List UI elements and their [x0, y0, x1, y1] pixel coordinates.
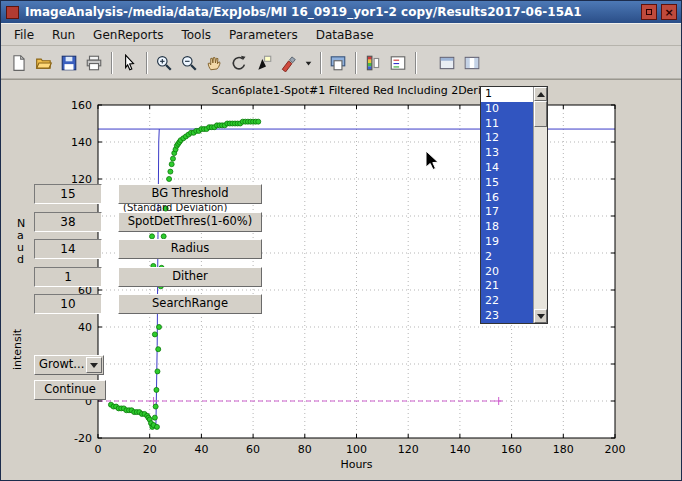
scroll-up-button[interactable]: [534, 87, 547, 101]
list-item[interactable]: 22: [481, 294, 533, 309]
mouse-cursor: [425, 150, 445, 172]
svg-text:140: 140: [449, 443, 470, 456]
edit-plot-pointer-icon: [120, 54, 138, 72]
list-item[interactable]: 10: [481, 102, 533, 117]
svg-text:100: 100: [346, 443, 367, 456]
dither-value-field[interactable]: 1: [34, 267, 102, 287]
open-file-icon: [35, 54, 53, 72]
menu-file[interactable]: File: [5, 25, 43, 45]
spotdetthres-1-60-value-field[interactable]: 38: [34, 212, 102, 232]
scrollbar-thumb[interactable]: [534, 101, 547, 127]
growth-dropdown[interactable]: Growt...: [34, 355, 104, 375]
print-preview-button[interactable]: [326, 51, 350, 75]
radius-value-field[interactable]: 14: [34, 239, 102, 259]
print-figure-button[interactable]: [82, 51, 106, 75]
brush-menu-arrow-button[interactable]: [302, 51, 315, 75]
window-menu-icon[interactable]: [6, 6, 19, 19]
spotdetthres-1-60-button[interactable]: SpotDetThres(1-60%): [118, 212, 262, 232]
svg-text:160: 160: [501, 443, 522, 456]
brush-button[interactable]: [277, 51, 301, 75]
close-icon: ×: [664, 7, 673, 18]
list-item[interactable]: 18: [481, 220, 533, 235]
zoom-out-button[interactable]: [177, 51, 201, 75]
rotate-3d-icon: [230, 54, 248, 72]
list-item[interactable]: 20: [481, 265, 533, 280]
list-item[interactable]: 23: [481, 309, 533, 323]
radius-button[interactable]: Radius: [118, 239, 262, 259]
toolbar-separator: [415, 52, 417, 74]
edit-plot-pointer-button[interactable]: [117, 51, 141, 75]
svg-text:20: 20: [143, 443, 157, 456]
menu-database[interactable]: DataBase: [307, 25, 383, 45]
app-window: ImageAnalysis-/media/data/ExpJobs/MI 16_…: [0, 0, 682, 481]
open-file-button[interactable]: [32, 51, 56, 75]
insert-colorbar-button[interactable]: [361, 51, 385, 75]
growth-dropdown-label: Growt...: [39, 357, 84, 371]
scroll-down-icon: [537, 314, 545, 319]
list-item[interactable]: 14: [481, 161, 533, 176]
menu-run[interactable]: Run: [43, 25, 84, 45]
show-plot-tools-button[interactable]: [460, 51, 484, 75]
scroll-down-button[interactable]: [534, 309, 547, 323]
svg-text:140: 140: [71, 136, 92, 149]
list-item[interactable]: 13: [481, 146, 533, 161]
svg-text:120: 120: [398, 443, 419, 456]
close-button[interactable]: ×: [661, 4, 677, 20]
scrollbar-track[interactable]: [534, 101, 547, 309]
list-item[interactable]: 2: [481, 250, 533, 265]
save-figure-button[interactable]: [57, 51, 81, 75]
new-figure-button[interactable]: [7, 51, 31, 75]
rotate-3d-button[interactable]: [227, 51, 251, 75]
continue-button[interactable]: Continue: [34, 380, 106, 400]
list-item[interactable]: 1: [481, 87, 533, 102]
bg-threshold-value-field[interactable]: 15: [34, 184, 102, 204]
data-cursor-button[interactable]: [252, 51, 276, 75]
chevron-down-icon: [90, 363, 98, 368]
svg-text:0: 0: [95, 443, 102, 456]
figure-canvas: 020406080100120140160180200-200204060801…: [1, 79, 681, 480]
menu-parameters[interactable]: Parameters: [220, 25, 307, 45]
svg-text:Hours: Hours: [340, 458, 372, 471]
list-item[interactable]: 11: [481, 117, 533, 132]
menu-genreports[interactable]: GenReports: [84, 25, 172, 45]
growth-dropdown-button[interactable]: [86, 357, 102, 373]
toolbar-separator: [355, 52, 357, 74]
dither-button[interactable]: Dither: [118, 267, 262, 287]
list-item[interactable]: 21: [481, 279, 533, 294]
title-bar[interactable]: ImageAnalysis-/media/data/ExpJobs/MI 16_…: [1, 1, 681, 23]
insert-colorbar-icon: [364, 54, 382, 72]
insert-legend-button[interactable]: [386, 51, 410, 75]
searchrange-button[interactable]: SearchRange: [118, 294, 262, 314]
pan-hand-icon: [205, 54, 223, 72]
save-figure-icon: [60, 54, 78, 72]
zoom-in-button[interactable]: [152, 51, 176, 75]
searchrange-value-field[interactable]: 10: [34, 294, 102, 314]
toolbar-separator: [320, 52, 322, 74]
hide-plot-tools-button[interactable]: [435, 51, 459, 75]
svg-text:d: d: [17, 253, 24, 266]
list-item[interactable]: 15: [481, 176, 533, 191]
toolbar-separator: [111, 52, 113, 74]
list-item[interactable]: 19: [481, 235, 533, 250]
minimize-button[interactable]: [641, 4, 657, 20]
bg-threshold-button[interactable]: BG Threshold: [118, 184, 262, 204]
menu-bar: FileRunGenReportsToolsParametersDataBase: [1, 23, 681, 46]
list-item[interactable]: 12: [481, 131, 533, 146]
svg-text:Scan6plate1-Spot#1 Filtered Re: Scan6plate1-Spot#1 Filtered Red Includin…: [211, 84, 501, 97]
toolbar-separator: [146, 52, 148, 74]
value-listbox[interactable]: 110111213141516171819220212223: [480, 86, 548, 324]
print-figure-icon: [85, 54, 103, 72]
brush-icon: [280, 54, 298, 72]
data-cursor-icon: [255, 54, 273, 72]
list-item[interactable]: 17: [481, 205, 533, 220]
menu-tools[interactable]: Tools: [172, 25, 220, 45]
plot-axes: 020406080100120140160180200-200204060801…: [1, 80, 682, 481]
svg-text:180: 180: [553, 443, 574, 456]
list-item[interactable]: 16: [481, 191, 533, 206]
print-preview-icon: [329, 54, 347, 72]
show-plot-tools-icon: [463, 54, 481, 72]
pan-hand-button[interactable]: [202, 51, 226, 75]
toolbar: [1, 47, 681, 79]
new-figure-icon: [10, 54, 28, 72]
listbox-scrollbar[interactable]: [533, 87, 547, 323]
